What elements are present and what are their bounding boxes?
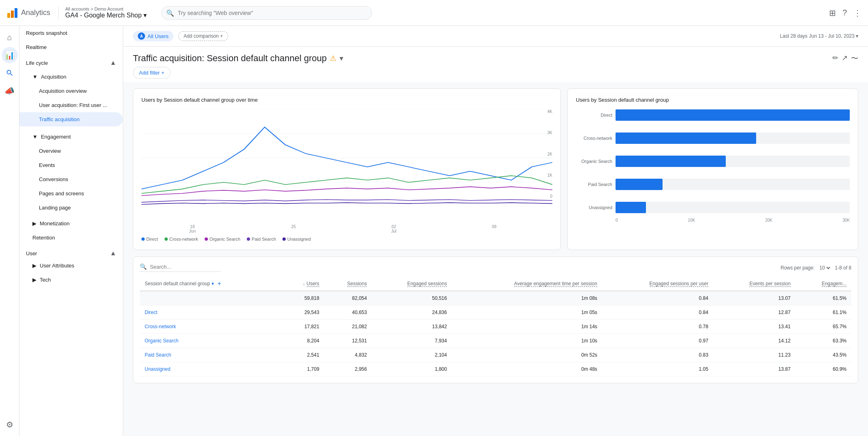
col-header-engaged-sessions[interactable]: Engaged sessions xyxy=(372,277,452,291)
row-eps-organic: 14.12 xyxy=(713,334,795,348)
page-header: Traffic acquisition: Session default cha… xyxy=(123,47,868,82)
y-label-2k: 2K xyxy=(547,152,552,156)
apps-icon[interactable]: ⊞ xyxy=(829,8,836,18)
sidebar-item-landing-page[interactable]: Landing page xyxy=(19,201,123,215)
row-espu-unassigned: 1.05 xyxy=(602,362,713,376)
row-channel-organic[interactable]: Organic Search xyxy=(140,334,282,348)
totals-sessions: 82,054 xyxy=(324,291,372,306)
more-vert-icon[interactable]: ⋮ xyxy=(853,8,862,18)
chevron-right-icon-ua: ▶ xyxy=(32,263,36,269)
sidebar-item-retention[interactable]: Retention xyxy=(19,231,123,245)
totals-avg-engagement: 1m 08s xyxy=(452,291,602,306)
account-nav: All accounts > Demo Account GA4 - Google… xyxy=(58,6,147,19)
edit-icon[interactable]: ✏ xyxy=(832,53,838,63)
bar-row-unassigned: Unassigned xyxy=(576,202,850,213)
nav-settings[interactable]: ⚙ xyxy=(2,417,18,433)
row-sessions-organic: 12,531 xyxy=(324,334,372,348)
data-table: Session default channel group ▾ + ↓Users… xyxy=(140,277,851,376)
table-row: Paid Search 2,541 4,832 2,104 0m 52s 0.8… xyxy=(140,348,851,362)
bar-row-organic-search: Organic Search xyxy=(576,156,850,167)
row-engaged-direct: 24,836 xyxy=(372,306,452,320)
sidebar-item-user-acquisition[interactable]: User acquisition: First user ... xyxy=(19,98,123,112)
row-channel-direct[interactable]: Direct xyxy=(140,306,282,320)
col-header-events-per-session[interactable]: Events per session xyxy=(713,277,795,291)
sidebar-item-events[interactable]: Events xyxy=(19,158,123,172)
sidebar-item-user-attributes[interactable]: ▶ User Attributes xyxy=(19,259,123,273)
col-header-users[interactable]: ↓Users xyxy=(282,277,324,291)
col-header-engaged-sessions-per-user[interactable]: Engaged sessions per user xyxy=(602,277,713,291)
all-users-chip[interactable]: A All Users xyxy=(133,31,173,41)
row-avg-cross: 1m 14s xyxy=(452,320,602,334)
title-dropdown-icon[interactable]: ▾ xyxy=(340,54,343,63)
sidebar-item-pages-and-screens[interactable]: Pages and screens xyxy=(19,186,123,201)
date-range[interactable]: Last 28 days Jun 13 - Jul 10, 2023 ▾ xyxy=(780,33,858,39)
chevron-right-icon-tech: ▶ xyxy=(32,277,36,283)
bar-track-paid-search xyxy=(616,179,850,190)
row-avg-paid: 0m 52s xyxy=(452,348,602,362)
account-name[interactable]: GA4 - Google Merch Shop ▾ xyxy=(65,11,147,19)
sidebar-item-monetization[interactable]: ▶ Monetization xyxy=(19,216,123,231)
sparkline-icon[interactable]: 〜 xyxy=(851,53,858,63)
col-header-avg-engagement[interactable]: Average engagement time per session xyxy=(452,277,602,291)
sidebar-user-header[interactable]: User ▲ xyxy=(19,245,123,259)
row-channel-paid[interactable]: Paid Search xyxy=(140,348,282,362)
add-filter-button[interactable]: Add filter + xyxy=(133,67,171,79)
sidebar-lifecycle-header[interactable]: Life cycle ▲ xyxy=(19,54,123,68)
x-label-25: 25 xyxy=(291,224,296,229)
row-eps-direct: 12.87 xyxy=(713,306,795,320)
bar-label-cross-network: Cross-network xyxy=(576,136,612,141)
search-input[interactable] xyxy=(161,6,372,20)
row-engaged-organic: 7,934 xyxy=(372,334,452,348)
sidebar-item-reports-snapshot[interactable]: Reports snapshot xyxy=(19,26,123,40)
sidebar-item-realtime[interactable]: Realtime xyxy=(19,40,123,54)
charts-section: Users by Session default channel group o… xyxy=(123,82,868,256)
col-header-engagement-rate[interactable]: Engagem... xyxy=(795,277,851,291)
sidebar-item-acquisition-overview[interactable]: Acquisition overview xyxy=(19,84,123,98)
x-label-02: 02 xyxy=(391,224,396,229)
bar-x-labels: 0 10K 20K 30K xyxy=(616,218,850,222)
totals-engaged-per-user: 0.84 xyxy=(602,291,713,306)
bar-chart-card: Users by Session default channel group D… xyxy=(567,88,858,250)
sidebar-item-tech[interactable]: ▶ Tech xyxy=(19,273,123,287)
pagination-info: 1-8 of 8 xyxy=(835,265,851,271)
table-section: 🔍 Rows per page: 10 25 50 1-8 of 8 xyxy=(123,256,868,393)
add-column-button[interactable]: + xyxy=(216,280,222,287)
nav-home[interactable]: ⌂ xyxy=(2,29,18,45)
help-icon[interactable]: ? xyxy=(842,8,847,17)
row-espu-paid: 0.83 xyxy=(602,348,713,362)
row-avg-unassigned: 0m 48s xyxy=(452,362,602,376)
nav-advertising[interactable]: 📣 xyxy=(2,83,18,99)
rows-per-page-select[interactable]: 10 25 50 xyxy=(818,265,832,271)
nav-explore[interactable] xyxy=(2,65,18,81)
add-comparison-button[interactable]: Add comparison + xyxy=(178,31,228,41)
content-header: A All Users Add comparison + Last 28 day… xyxy=(123,26,868,47)
table-search-input[interactable] xyxy=(150,264,215,270)
nav-reports[interactable]: 📊 xyxy=(2,47,18,63)
row-engaged-unassigned: 1,800 xyxy=(372,362,452,376)
line-chart-title: Users by Session default channel group o… xyxy=(141,97,552,103)
row-channel-unassigned[interactable]: Unassigned xyxy=(140,362,282,376)
bar-chart-title: Users by Session default channel group xyxy=(576,97,850,103)
share-icon[interactable]: ↗ xyxy=(842,53,848,63)
col-header-channel-group[interactable]: Session default channel group ▾ + xyxy=(140,277,282,291)
bar-fill-direct xyxy=(616,109,850,121)
sidebar-item-overview[interactable]: Overview xyxy=(19,144,123,158)
chevron-down-icon: ▾ xyxy=(143,11,147,19)
table-card: 🔍 Rows per page: 10 25 50 1-8 of 8 xyxy=(133,256,858,383)
sidebar-item-engagement[interactable]: ▼ Engagement xyxy=(19,130,123,144)
bar-chart-area: Direct Cross-network Organic Search xyxy=(576,109,850,215)
row-espu-cross: 0.78 xyxy=(602,320,713,334)
line-chart-svg xyxy=(141,109,552,207)
legend-direct: Direct xyxy=(141,237,158,242)
search-bar-wrap: 🔍 xyxy=(161,6,372,20)
col-header-sessions[interactable]: Sessions xyxy=(324,277,372,291)
row-eps-cross: 13.41 xyxy=(713,320,795,334)
sidebar-item-traffic-acquisition[interactable]: Traffic acquisition xyxy=(19,112,123,126)
row-sessions-cross: 21,082 xyxy=(324,320,372,334)
sidebar-item-acquisition[interactable]: ▼ Acquisition xyxy=(19,70,123,84)
filter-icon[interactable]: ▾ xyxy=(212,281,214,286)
row-channel-cross[interactable]: Cross-network xyxy=(140,320,282,334)
sidebar-item-conversions[interactable]: Conversions xyxy=(19,172,123,186)
table-search: 🔍 xyxy=(140,263,221,272)
bar-row-paid-search: Paid Search xyxy=(576,179,850,190)
